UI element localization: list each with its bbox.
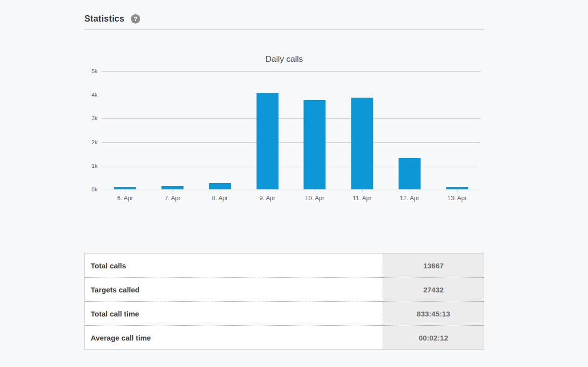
stat-value: 13667 bbox=[383, 254, 484, 277]
table-row: Total calls 13667 bbox=[85, 254, 484, 277]
chart-bar[interactable] bbox=[304, 100, 326, 189]
category-slot: 9. Apr bbox=[244, 71, 291, 189]
stat-label: Total call time bbox=[85, 302, 383, 325]
category-slot: 11. Apr bbox=[339, 71, 386, 189]
stat-value: 00:02:12 bbox=[383, 326, 484, 349]
table-row: Total call time 833:45:13 bbox=[85, 301, 484, 325]
x-tick bbox=[125, 189, 125, 192]
x-tick bbox=[410, 189, 410, 192]
stat-label: Total calls bbox=[85, 254, 383, 277]
x-axis-label: 13. Apr bbox=[433, 195, 481, 202]
y-axis-label: 5k bbox=[80, 68, 98, 75]
chart-title: Daily calls bbox=[84, 54, 484, 64]
chart-bar[interactable] bbox=[256, 93, 278, 189]
x-axis-label: 6. Apr bbox=[101, 195, 149, 202]
chart-bar[interactable] bbox=[398, 158, 420, 189]
y-axis-label: 4k bbox=[80, 91, 98, 98]
category-slot: 13. Apr bbox=[433, 71, 481, 189]
y-axis-label: 1k bbox=[80, 162, 98, 169]
category-slot: 10. Apr bbox=[291, 71, 339, 189]
category-slot: 7. Apr bbox=[149, 71, 196, 189]
stat-label: Average call time bbox=[85, 326, 383, 349]
x-axis-label: 12. Apr bbox=[386, 195, 434, 202]
chart-bar[interactable] bbox=[351, 98, 373, 189]
x-axis-label: 8. Apr bbox=[196, 195, 244, 202]
category-slot: 12. Apr bbox=[386, 71, 434, 189]
daily-calls-chart: 5k4k3k2k1k0k6. Apr7. Apr8. Apr9. Apr10. … bbox=[101, 71, 481, 189]
stat-label: Targets called bbox=[85, 278, 383, 301]
x-tick bbox=[362, 189, 363, 192]
category-slot: 6. Apr bbox=[101, 71, 149, 189]
y-axis-label: 2k bbox=[80, 139, 98, 146]
x-tick bbox=[315, 189, 315, 192]
category-slot: 8. Apr bbox=[196, 71, 244, 189]
help-icon[interactable]: ? bbox=[131, 14, 140, 24]
x-axis-label: 9. Apr bbox=[244, 195, 291, 202]
y-axis-label: 3k bbox=[80, 115, 98, 122]
y-axis-label: 0k bbox=[80, 186, 98, 193]
x-tick bbox=[220, 189, 220, 192]
statistics-header: Statistics ? bbox=[84, 0, 484, 30]
page-title: Statistics bbox=[84, 14, 124, 24]
table-row: Average call time 00:02:12 bbox=[85, 325, 484, 349]
table-row: Targets called 27432 bbox=[85, 277, 484, 301]
x-axis-label: 11. Apr bbox=[339, 195, 386, 202]
chart-bar[interactable] bbox=[162, 186, 184, 189]
x-axis-label: 10. Apr bbox=[291, 195, 339, 202]
stats-table: Total calls 13667 Targets called 27432 T… bbox=[84, 253, 484, 350]
chart-bar[interactable] bbox=[209, 183, 231, 189]
x-tick bbox=[268, 189, 268, 192]
x-tick bbox=[457, 189, 458, 192]
stat-value: 27432 bbox=[383, 278, 484, 301]
stat-value: 833:45:13 bbox=[383, 302, 484, 325]
x-axis-label: 7. Apr bbox=[149, 195, 196, 202]
x-tick bbox=[172, 189, 173, 192]
